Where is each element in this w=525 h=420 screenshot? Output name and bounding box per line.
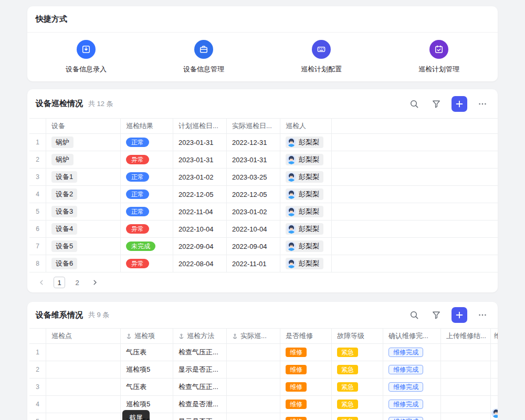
plan-manage-icon: [429, 40, 448, 59]
column-header-point[interactable]: 巡检点: [46, 329, 121, 343]
table-row[interactable]: 4巡检项5检查是否泄...维修紧急维修完成: [29, 396, 498, 413]
chevron-right-icon: [91, 279, 99, 286]
column-header-planned[interactable]: 计划巡检日...: [173, 119, 227, 133]
index-cell: 6: [29, 220, 46, 237]
filter-button[interactable]: [429, 308, 443, 322]
table-row[interactable]: 3设备1正常2023-01-022023-03-25彭梨梨: [29, 169, 498, 186]
device-chip: 设备1: [51, 171, 77, 183]
column-header-device[interactable]: 设备: [46, 119, 121, 133]
dashboard-page: 快捷方式 设备信息录入设备信息管理巡检计划配置巡检计划管理 设备巡检情况 共 1…: [0, 0, 525, 420]
lookup-icon: [178, 333, 184, 339]
planned-cell: 2023-01-31: [173, 151, 227, 168]
add-record-button[interactable]: [452, 307, 467, 323]
repair-badge: 维修: [286, 382, 307, 392]
confirm-badge: 维修完成: [388, 400, 423, 409]
column-header-actual[interactable]: 实际巡检日...: [227, 119, 280, 133]
table-row[interactable]: 6设备4异常2022-10-042022-10-04彭梨梨: [29, 220, 498, 238]
table-row[interactable]: 3气压表检查气压正...维修紧急维修完成: [29, 379, 498, 396]
filter-button[interactable]: [429, 97, 443, 111]
confirm-badge: 维修完成: [388, 348, 423, 357]
column-header-inspector[interactable]: 巡检人: [280, 119, 332, 133]
column-header-repair[interactable]: 是否维修: [280, 329, 332, 343]
device-cell: 设备6: [46, 255, 121, 272]
result-cell: 正常: [121, 203, 173, 220]
chevron-left-icon: [38, 279, 45, 286]
table-row[interactable]: 7设备5未完成2022-09-042022-09-04彭梨梨: [29, 238, 498, 255]
table-row[interactable]: 8设备6异常2022-08-042022-11-01彭梨梨: [29, 255, 498, 272]
table-row[interactable]: 5巡检项5显示是否正...维修紧急维修完成: [29, 413, 498, 420]
column-header-item[interactable]: 巡检项: [121, 329, 173, 343]
upload-cell: [441, 396, 491, 413]
column-header-label: 巡检结果: [126, 121, 153, 131]
lookup-icon: [126, 333, 132, 339]
inspector-cell: 彭梨梨: [280, 169, 332, 185]
column-header-confirm[interactable]: 确认维修完...: [383, 329, 441, 343]
table-row[interactable]: 2锅炉异常2023-01-312023-01-31彭梨梨: [29, 151, 498, 169]
search-button[interactable]: [407, 308, 421, 322]
person-chip: 彭梨梨: [286, 188, 323, 200]
device-cell: 设备2: [46, 186, 121, 203]
index-cell: 2: [29, 151, 46, 168]
repair-cell: 维修: [280, 379, 332, 395]
add-record-button[interactable]: [452, 96, 467, 112]
avatar-icon: [287, 155, 296, 164]
method-cell: 检查是否泄...: [173, 396, 227, 413]
column-header-label: 巡检项: [134, 331, 155, 341]
column-header-upload[interactable]: 上传维修结...: [441, 329, 491, 343]
page-button-1[interactable]: 1: [54, 277, 65, 288]
result-cell: 正常: [121, 169, 173, 185]
filter-icon: [432, 310, 441, 320]
column-header-method[interactable]: 巡检方法: [173, 329, 227, 343]
shortcut-device-entry[interactable]: 设备信息录入: [27, 33, 145, 81]
status-badge: 异常: [126, 224, 149, 234]
maintenance-table: 巡检点巡检项巡检方法实际巡...是否维修故障等级确认维修完...上传维修结...…: [29, 328, 498, 420]
status-badge: 异常: [126, 155, 149, 164]
column-header-actual[interactable]: 实际巡...: [227, 329, 280, 343]
planned-cell: 2023-01-31: [173, 134, 227, 151]
prev-page-button[interactable]: [36, 277, 47, 288]
confirm-cell: 维修完成: [383, 396, 441, 413]
table-row[interactable]: 5设备3正常2022-11-042023-01-02彭梨梨: [29, 203, 498, 220]
planned-cell: 2023-01-02: [173, 169, 227, 185]
column-header-extra[interactable]: 维: [491, 329, 498, 343]
point-cell: [46, 344, 121, 361]
more-button[interactable]: [476, 308, 489, 322]
actual-cell: 2022-12-05: [227, 186, 280, 203]
planned-cell: 2022-12-05: [173, 186, 227, 203]
page-button-2[interactable]: 2: [71, 277, 83, 288]
device-manage-icon: [194, 40, 213, 59]
person-chip: 彭梨梨: [286, 258, 323, 269]
empty-cell: [332, 134, 498, 151]
result-cell: 正常: [121, 186, 173, 203]
column-header-level[interactable]: 故障等级: [332, 329, 383, 343]
confirm-badge: 维修完成: [388, 417, 423, 420]
avatar-icon: [287, 172, 296, 182]
actual-cell: [227, 396, 280, 413]
table-row[interactable]: 2巡检项5显示是否正...维修紧急维修完成: [29, 361, 498, 379]
upload-cell: [441, 413, 491, 420]
table-row[interactable]: 1气压表检查气压正...维修紧急维修完成: [29, 344, 498, 361]
empty-cell: [332, 151, 498, 168]
confirm-badge: 维修完成: [388, 365, 423, 374]
column-header-result[interactable]: 巡检结果: [121, 119, 173, 133]
point-cell: [46, 379, 121, 395]
column-header-label: 确认维修完...: [388, 331, 428, 341]
shortcut-plan-config[interactable]: 巡检计划配置: [262, 33, 380, 81]
avatar: [491, 408, 498, 418]
planned-cell: 2022-10-04: [173, 220, 227, 237]
shortcut-plan-manage[interactable]: 巡检计划管理: [380, 33, 498, 81]
result-cell: 未完成: [121, 238, 173, 255]
more-button[interactable]: [476, 97, 489, 111]
index-cell: 4: [29, 186, 46, 203]
confirm-cell: 维修完成: [383, 413, 441, 420]
person-name: 彭梨梨: [299, 154, 319, 165]
card-title: 设备巡检情况: [36, 99, 83, 109]
repair-badge: 维修: [286, 417, 307, 420]
shortcut-device-manage[interactable]: 设备信息管理: [145, 33, 262, 81]
next-page-button[interactable]: [89, 277, 101, 288]
table-row[interactable]: 4设备2正常2022-12-052022-12-05彭梨梨: [29, 186, 498, 203]
search-button[interactable]: [407, 97, 421, 111]
inspector-cell: 彭梨梨: [280, 134, 332, 151]
toolbar: [407, 307, 489, 323]
table-row[interactable]: 1锅炉正常2023-01-312022-12-31彭梨梨: [29, 134, 498, 151]
